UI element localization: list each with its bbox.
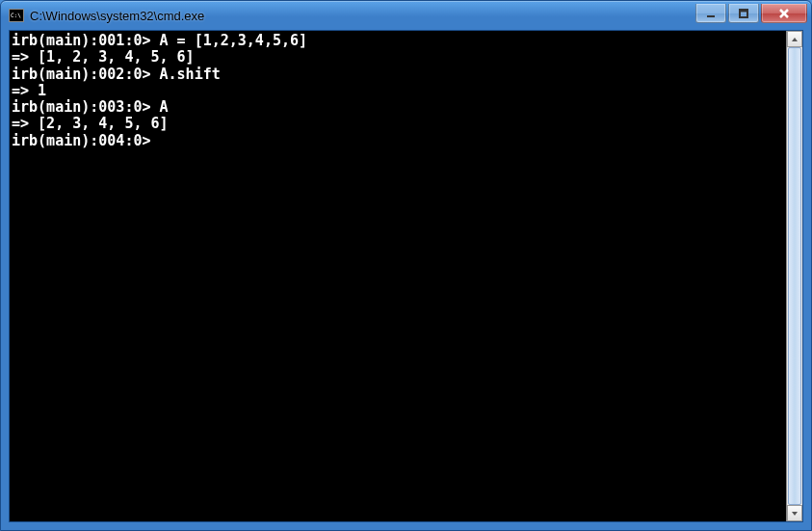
scroll-thumb[interactable] — [788, 47, 801, 505]
window-title: C:\Windows\system32\cmd.exe — [30, 9, 695, 23]
minimize-button[interactable] — [695, 4, 726, 23]
chevron-down-icon — [791, 511, 799, 517]
maximize-button[interactable] — [728, 4, 759, 23]
terminal-line: => [1, 2, 3, 4, 5, 6] — [12, 49, 786, 66]
terminal-line: irb(main):004:0> — [12, 133, 786, 149]
terminal-line: irb(main):001:0> A = [1,2,3,4,5,6] — [12, 33, 786, 49]
scroll-track[interactable] — [787, 47, 802, 505]
terminal-line: irb(main):002:0> A.shift — [12, 66, 786, 83]
chevron-up-icon — [791, 37, 799, 42]
scroll-down-button[interactable] — [787, 505, 802, 521]
close-icon — [778, 8, 790, 19]
vertical-scrollbar[interactable] — [786, 31, 802, 521]
close-button[interactable] — [761, 4, 807, 23]
cmd-icon — [9, 9, 24, 22]
titlebar[interactable]: C:\Windows\system32\cmd.exe — [1, 1, 811, 30]
minimize-icon — [706, 9, 716, 18]
maximize-icon — [739, 9, 748, 18]
scroll-up-button[interactable] — [787, 31, 802, 47]
terminal-line: irb(main):003:0> A — [12, 99, 786, 116]
window-controls — [695, 4, 807, 23]
terminal-line: => [2, 3, 4, 5, 6] — [12, 116, 786, 132]
content-wrapper: irb(main):001:0> A = [1,2,3,4,5,6]=> [1,… — [9, 30, 803, 522]
terminal-line: => 1 — [12, 83, 786, 99]
terminal-output[interactable]: irb(main):001:0> A = [1,2,3,4,5,6]=> [1,… — [10, 31, 786, 521]
cmd-window: C:\Windows\system32\cmd.exe — [0, 0, 812, 531]
